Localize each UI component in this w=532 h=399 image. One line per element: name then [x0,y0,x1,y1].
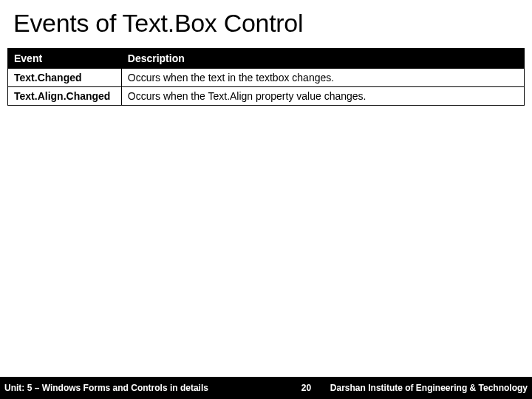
events-table-container: Event Description Text.Changed Occurs wh… [0,48,532,106]
table-row: Text.Changed Occurs when the text in the… [8,69,525,87]
table-header-row: Event Description [8,49,525,69]
footer-unit: Unit: 5 – Windows Forms and Controls in … [4,383,208,393]
cell-event-description: Occurs when the text in the textbox chan… [121,69,524,87]
slide-title: Events of Text.Box Control [0,0,532,48]
cell-event-name: Text.Align.Changed [8,87,122,106]
footer-bar: Unit: 5 – Windows Forms and Controls in … [0,377,532,399]
cell-event-description: Occurs when the Text.Align property valu… [121,87,524,106]
table-row: Text.Align.Changed Occurs when the Text.… [8,87,525,106]
cell-event-name: Text.Changed [8,69,122,87]
footer-institute: Darshan Institute of Engineering & Techn… [330,383,528,393]
header-description: Description [121,49,524,69]
header-event: Event [8,49,122,69]
footer-page-number: 20 [208,383,330,393]
events-table: Event Description Text.Changed Occurs wh… [7,48,525,106]
